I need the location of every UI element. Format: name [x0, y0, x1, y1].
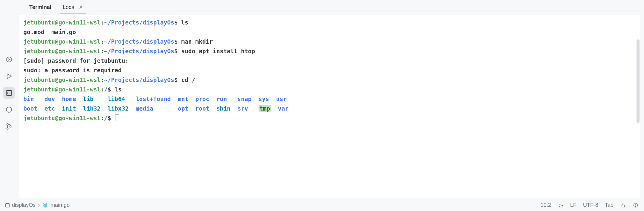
- terminal-line: jetubuntu@go-win11-wsl:~/Projects/displa…: [23, 75, 636, 85]
- breadcrumb-file[interactable]: main.go: [51, 202, 70, 208]
- status-bar: displayOs › main.go 10:2 LF UTF-8 Tab: [0, 199, 644, 211]
- problems-button[interactable]: [3, 104, 15, 115]
- svg-rect-2: [6, 91, 12, 95]
- tool-sidebar: [0, 0, 18, 199]
- terminal-line: jetubuntu@go-win11-wsl:~/Projects/displa…: [23, 37, 636, 47]
- cursor-position[interactable]: 10:2: [541, 202, 551, 208]
- spiral-icon[interactable]: [558, 202, 564, 208]
- warning-icon[interactable]: [633, 202, 639, 208]
- terminal-line: boot etc init lib32 libx32 media opt roo…: [23, 104, 636, 114]
- terminal-tabs: Terminal Local ✕: [18, 0, 644, 15]
- svg-point-7: [7, 124, 8, 125]
- file-encoding[interactable]: UTF-8: [583, 202, 598, 208]
- svg-point-15: [44, 205, 45, 205]
- svg-point-12: [46, 203, 47, 204]
- tab-label: Local: [63, 4, 76, 10]
- terminal-line: jetubuntu@go-win11-wsl:~/Projects/displa…: [23, 47, 636, 56]
- terminal-line: [sudo] password for jetubuntu:: [23, 56, 636, 66]
- terminal-line: go.mod main.go: [23, 27, 636, 37]
- tab-label: Terminal: [29, 4, 51, 10]
- terminal-line: bin dev home lib lib64 lost+found mnt pr…: [23, 94, 636, 104]
- svg-marker-1: [7, 74, 11, 79]
- services-button[interactable]: [3, 54, 15, 65]
- chevron-right-icon: ›: [38, 202, 40, 208]
- scrollbar-thumb[interactable]: [637, 39, 640, 123]
- terminal-line: jetubuntu@go-win11-wsl:/$ ls: [23, 85, 636, 94]
- close-icon[interactable]: ✕: [79, 5, 83, 10]
- svg-rect-17: [622, 205, 625, 207]
- line-separator[interactable]: LF: [570, 202, 576, 208]
- svg-marker-0: [6, 57, 12, 62]
- project-icon: [5, 203, 10, 207]
- svg-point-6: [9, 111, 9, 111]
- svg-point-16: [46, 205, 46, 205]
- terminal-line: jetubuntu@go-win11-wsl:~/Projects/displa…: [23, 18, 636, 27]
- terminal-line: sudo: a password is required: [23, 66, 636, 75]
- terminal-button[interactable]: [3, 87, 15, 99]
- tab-terminal[interactable]: Terminal: [24, 1, 57, 14]
- svg-point-11: [43, 203, 44, 204]
- cursor: [115, 114, 119, 121]
- terminal-output[interactable]: jetubuntu@go-win11-wsl:~/Projects/displa…: [19, 15, 640, 198]
- svg-point-20: [635, 206, 636, 207]
- tab-local[interactable]: Local ✕: [57, 1, 88, 14]
- breadcrumb-project[interactable]: displayOs: [12, 202, 36, 208]
- run-button[interactable]: [3, 71, 15, 82]
- lock-icon[interactable]: [620, 202, 626, 208]
- svg-point-8: [7, 128, 8, 129]
- svg-point-9: [10, 126, 11, 127]
- go-file-icon: [42, 202, 48, 208]
- indent-setting[interactable]: Tab: [605, 202, 614, 208]
- vcs-button[interactable]: [3, 121, 15, 132]
- terminal-line: jetubuntu@go-win11-wsl:/$: [23, 114, 636, 123]
